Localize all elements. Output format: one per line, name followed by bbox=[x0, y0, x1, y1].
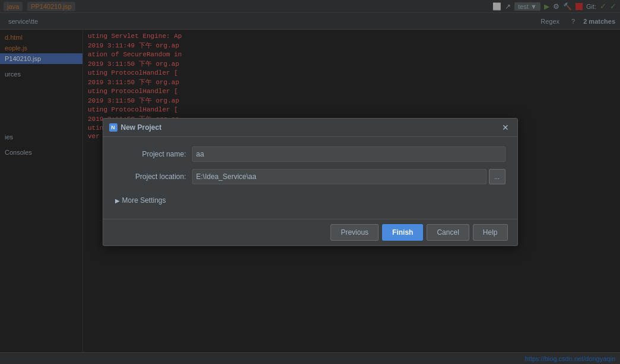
dialog-title-bar: N New Project ✕ bbox=[103, 119, 517, 137]
project-location-field-group: ... bbox=[192, 169, 505, 184]
dialog-overlay: N New Project ✕ Project name: Project lo… bbox=[0, 0, 620, 364]
more-settings-toggle[interactable]: ▶ More Settings bbox=[115, 191, 505, 209]
dialog-close-button[interactable]: ✕ bbox=[500, 122, 511, 133]
browse-button[interactable]: ... bbox=[489, 169, 505, 184]
dialog-footer: Previous Finish Cancel Help bbox=[103, 219, 517, 245]
more-settings-arrow-icon: ▶ bbox=[115, 197, 120, 204]
more-settings-label: More Settings bbox=[122, 196, 166, 205]
dialog-title: N New Project bbox=[109, 123, 162, 132]
cancel-button[interactable]: Cancel bbox=[427, 224, 469, 241]
project-location-input[interactable] bbox=[192, 169, 487, 184]
new-project-dialog: N New Project ✕ Project name: Project lo… bbox=[103, 118, 518, 246]
dialog-body: Project name: Project location: ... ▶ Mo… bbox=[103, 137, 517, 219]
project-name-row: Project name: bbox=[115, 146, 505, 162]
project-name-input[interactable] bbox=[192, 146, 505, 162]
dialog-title-icon: N bbox=[109, 123, 117, 132]
help-button[interactable]: Help bbox=[473, 224, 508, 241]
project-location-row: Project location: ... bbox=[115, 169, 505, 184]
finish-button[interactable]: Finish bbox=[382, 224, 423, 241]
project-name-label: Project name: bbox=[115, 150, 186, 158]
previous-button[interactable]: Previous bbox=[330, 224, 379, 241]
project-location-label: Project location: bbox=[115, 173, 186, 181]
dialog-title-text: New Project bbox=[121, 123, 162, 132]
